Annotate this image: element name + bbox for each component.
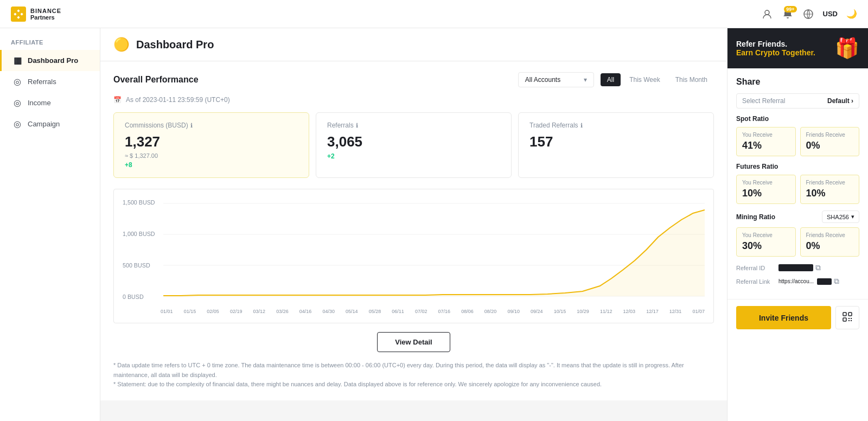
notification-icon[interactable]: 99+ — [782, 8, 794, 20]
futures-ratio-cards: You Receive 10% Friends Receive 10% — [736, 175, 859, 204]
filter-tabs: All This Week This Month — [601, 73, 714, 86]
referrals-icon: ◎ — [12, 76, 22, 87]
mining-ratio-cards: You Receive 30% Friends Receive 0% — [736, 227, 859, 257]
referral-link-copy-icon[interactable]: ⧉ — [834, 277, 839, 286]
mining-you-receive-card: You Receive 30% — [736, 227, 796, 257]
referral-id-value: ■■■■■■■■ ⧉ — [778, 263, 859, 272]
campaign-icon: ◎ — [12, 119, 22, 129]
svg-text:500 BUSD: 500 BUSD — [123, 263, 150, 269]
sidebar: Affiliate ▦ Dashboard Pro ◎ Referrals ◎ … — [0, 28, 100, 421]
dashboard-pro-icon: ▦ — [12, 55, 22, 66]
futures-you-receive-card: You Receive 10% — [736, 175, 796, 204]
metric-card-traded-referrals: Traded Referrals ℹ 157 — [518, 112, 714, 178]
performance-title: Overall Performance — [113, 75, 199, 85]
topnav-right: 99+ USD 🌙 — [761, 8, 857, 20]
filter-tab-this-month[interactable]: This Month — [669, 73, 714, 86]
svg-rect-15 — [848, 318, 850, 319]
footnote-2: * Statement: due to the complexity of fi… — [113, 380, 714, 390]
chart-area: 1,500 BUSD 1,000 BUSD 500 BUSD 0 BUSD — [113, 189, 714, 323]
svg-text:1,000 BUSD: 1,000 BUSD — [123, 231, 155, 237]
commissions-change: +8 — [125, 161, 298, 169]
rp-banner: Refer Friends. Earn Crypto Together. 🎁 — [727, 28, 868, 68]
footnote-1: * Data update time refers to UTC + 0 tim… — [113, 361, 714, 380]
mining-friends-receive-card: Friends Receive 0% — [800, 227, 860, 257]
referral-link-row: Referral Link https://accou... ■■ ⧉ — [736, 277, 859, 286]
svg-marker-11 — [163, 210, 705, 296]
mining-select[interactable]: SHA256 ▾ — [822, 210, 859, 223]
svg-text:0 BUSD: 0 BUSD — [123, 294, 144, 300]
futures-ratio-title: Futures Ratio — [736, 163, 859, 170]
svg-rect-12 — [843, 312, 846, 316]
sidebar-item-label-income: Income — [28, 99, 51, 107]
commissions-sub: ≈ $ 1,327.00 — [125, 152, 298, 159]
spot-ratio-cards: You Receive 41% Friends Receive 0% — [736, 127, 859, 156]
traded-referrals-info-icon[interactable]: ℹ — [580, 122, 583, 129]
metric-card-commissions: Commissions (BUSD) ℹ 1,327 ≈ $ 1,327.00 … — [113, 112, 309, 178]
select-referral-dropdown[interactable]: Select Referral Default › — [736, 93, 859, 109]
referrals-change: +2 — [327, 152, 500, 160]
svg-rect-16 — [851, 318, 852, 319]
currency-selector[interactable]: USD — [823, 10, 838, 18]
footer-notes: * Data update time refers to UTC + 0 tim… — [113, 361, 714, 390]
filter-tab-all[interactable]: All — [601, 73, 621, 86]
svg-rect-17 — [848, 320, 850, 321]
accounts-select[interactable]: All Accounts ▾ — [518, 72, 594, 87]
commissions-label: Commissions (BUSD) ℹ — [125, 122, 298, 129]
date-line: 📅 As of 2023-01-11 23:59:59 (UTC+0) — [113, 96, 714, 104]
filter-tab-this-week[interactable]: This Week — [623, 73, 666, 86]
sidebar-item-referrals[interactable]: ◎ Referrals — [0, 71, 100, 92]
rp-share-section: Share Select Referral Default › Spot Rat… — [727, 68, 868, 299]
referrals-value: 3,065 — [327, 133, 500, 150]
referral-id-copy-icon[interactable]: ⧉ — [815, 263, 821, 272]
page-title: Dashboard Pro — [136, 39, 214, 51]
invite-friends-button[interactable]: Invite Friends — [736, 306, 831, 329]
view-detail-button[interactable]: View Detail — [377, 332, 450, 352]
chevron-down-icon: ▾ — [584, 76, 587, 84]
svg-rect-13 — [848, 312, 852, 316]
calendar-icon: 📅 — [113, 96, 122, 104]
sidebar-section-affiliate: Affiliate — [0, 33, 100, 50]
user-icon[interactable] — [761, 8, 773, 20]
rp-banner-text: Refer Friends. Earn Crypto Together. — [736, 40, 815, 57]
main-content: 🟡 Dashboard Pro Overall Performance All … — [100, 28, 727, 421]
spot-ratio-title: Spot Ratio — [736, 115, 859, 123]
globe-icon[interactable] — [802, 8, 814, 20]
metric-cards: Commissions (BUSD) ℹ 1,327 ≈ $ 1,327.00 … — [113, 112, 714, 178]
theme-toggle[interactable]: 🌙 — [846, 9, 857, 19]
referrals-label: Referrals ℹ — [327, 122, 500, 129]
chart-svg: 1,500 BUSD 1,000 BUSD 500 BUSD 0 BUSD — [123, 198, 705, 307]
right-panel: Refer Friends. Earn Crypto Together. 🎁 S… — [727, 28, 868, 421]
referrals-info-icon[interactable]: ℹ — [356, 122, 358, 129]
logo[interactable]: BINANCE Partners — [11, 7, 61, 22]
referral-id-row: Referral ID ■■■■■■■■ ⧉ — [736, 263, 859, 272]
logo-text: BINANCE Partners — [30, 8, 61, 21]
sidebar-item-label-referrals: Referrals — [28, 78, 56, 86]
performance-section: Overall Performance All Accounts ▾ All T… — [100, 61, 727, 400]
performance-header: Overall Performance All Accounts ▾ All T… — [113, 72, 714, 87]
metric-card-referrals: Referrals ℹ 3,065 +2 — [316, 112, 512, 178]
mining-ratio-row: Mining Ratio SHA256 ▾ — [736, 210, 859, 223]
sidebar-item-campaign[interactable]: ◎ Campaign — [0, 113, 100, 135]
notification-badge: 99+ — [784, 6, 796, 12]
qr-icon — [843, 312, 852, 322]
svg-rect-18 — [851, 320, 852, 321]
qr-code-button[interactable] — [835, 306, 859, 329]
page-header: 🟡 Dashboard Pro — [100, 28, 727, 61]
mining-ratio-title: Mining Ratio — [736, 213, 775, 221]
commissions-info-icon[interactable]: ℹ — [190, 122, 193, 129]
chevron-down-icon: ▾ — [851, 213, 854, 220]
traded-referrals-label: Traded Referrals ℹ — [529, 122, 703, 129]
sidebar-item-label-campaign: Campaign — [28, 120, 60, 128]
rp-bottom-row: Invite Friends — [727, 299, 868, 336]
spot-friends-receive-card: Friends Receive 0% — [800, 127, 860, 156]
page-header-icon: 🟡 — [113, 37, 130, 52]
referral-link-value: https://accou... ■■ ⧉ — [778, 277, 859, 286]
svg-rect-0 — [11, 7, 26, 22]
svg-rect-14 — [843, 318, 846, 321]
banner-gift-icon: 🎁 — [835, 37, 859, 60]
income-icon: ◎ — [12, 98, 22, 108]
sidebar-item-dashboard-pro[interactable]: ▦ Dashboard Pro — [0, 50, 100, 71]
binance-logo-icon — [11, 7, 26, 22]
sidebar-item-income[interactable]: ◎ Income — [0, 92, 100, 113]
performance-controls: All Accounts ▾ All This Week This Month — [518, 72, 714, 87]
